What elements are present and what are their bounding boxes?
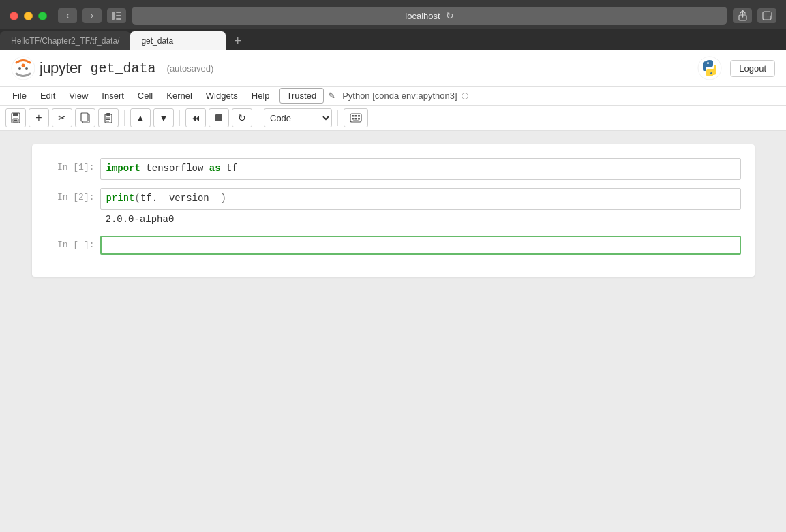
jupyter-logo: jupyter	[11, 56, 82, 80]
new-tab-button[interactable]	[757, 8, 776, 23]
paste-button[interactable]	[98, 108, 119, 127]
paste-icon	[104, 112, 113, 123]
menu-insert[interactable]: Insert	[95, 88, 131, 104]
close-paren: )	[221, 193, 226, 204]
separator-4	[337, 110, 338, 126]
add-cell-button[interactable]: +	[29, 108, 49, 127]
svg-rect-31	[358, 118, 360, 120]
separator-3	[258, 110, 258, 126]
cell-1-code[interactable]: import tensorflow as tf	[100, 158, 741, 180]
edit-pencil-icon[interactable]: ✎	[324, 88, 339, 104]
keyboard-shortcut-button[interactable]	[344, 108, 368, 127]
svg-rect-29	[352, 118, 354, 120]
svg-rect-3	[116, 18, 121, 20]
tab-2[interactable]: get_data	[130, 31, 226, 50]
keyword-as: as	[209, 163, 221, 174]
sidebar-icon	[112, 12, 121, 20]
back-button[interactable]: ‹	[58, 8, 77, 23]
code-version: tf.__version__	[140, 193, 221, 204]
svg-point-9	[18, 67, 21, 70]
svg-rect-0	[112, 12, 115, 20]
plus-icon: +	[35, 112, 42, 123]
address-text: localhost	[405, 11, 440, 21]
notebook-content: In [1]: import tensorflow as tf In [2]:	[0, 131, 786, 520]
kernel-circle-icon	[462, 93, 468, 99]
svg-point-13	[710, 72, 712, 74]
cell-1-content[interactable]: import tensorflow as tf	[100, 158, 741, 180]
cell-2-output: 2.0.0-alpha0	[100, 211, 180, 228]
share-button[interactable]	[733, 8, 752, 23]
keyword-import: import	[106, 163, 140, 174]
cut-icon: ✂	[58, 112, 66, 123]
svg-rect-30	[355, 118, 357, 120]
svg-rect-21	[106, 113, 110, 116]
save-button[interactable]	[5, 108, 26, 127]
cell-2-label: In [2]:	[46, 188, 100, 202]
cell-3-content[interactable]	[100, 236, 741, 255]
skip-to-start-button[interactable]: ⏮	[185, 108, 206, 127]
svg-rect-27	[355, 115, 357, 117]
cell-3-label: In [ ]:	[46, 236, 100, 250]
separator-1	[124, 110, 125, 126]
reload-button[interactable]: ↻	[446, 10, 454, 21]
svg-rect-28	[358, 115, 360, 117]
kernel-name: Python [conda env:apython3]	[342, 91, 457, 101]
cell-2-code[interactable]: print(tf.__version__)	[100, 188, 741, 210]
tab-2-label: get_data	[141, 36, 173, 46]
svg-rect-1	[116, 12, 121, 13]
tab-1[interactable]: HelloTF/Chapter2_TF/tf_data/	[0, 31, 130, 50]
open-paren: (	[135, 193, 140, 204]
cell-1[interactable]: In [1]: import tensorflow as tf	[46, 158, 741, 180]
new-tab-icon	[762, 11, 772, 20]
kernel-status: Python [conda env:apython3]	[342, 91, 468, 101]
move-up-button[interactable]: ▲	[130, 108, 151, 127]
move-down-button[interactable]: ▼	[153, 108, 174, 127]
copy-button[interactable]	[75, 108, 95, 127]
stop-icon	[215, 114, 222, 121]
address-bar[interactable]: localhost ↻	[132, 7, 727, 25]
cell-3-input[interactable]	[102, 237, 740, 253]
jupyter-logo-text: jupyter	[40, 59, 82, 77]
trusted-button[interactable]: Trusted	[279, 88, 324, 104]
restart-button[interactable]: ↻	[232, 108, 252, 127]
forward-button[interactable]: ›	[82, 8, 102, 23]
cell-type-select[interactable]: Code Markdown Raw NBConvert	[264, 108, 332, 127]
stop-button[interactable]	[209, 108, 229, 127]
save-icon	[10, 112, 21, 123]
menu-widgets[interactable]: Widgets	[199, 88, 245, 104]
code-tensorflow: tensorflow	[146, 163, 209, 174]
jupyter-logo-icon	[11, 56, 35, 80]
add-tab-button[interactable]: +	[228, 31, 247, 50]
svg-rect-15	[13, 113, 18, 116]
svg-rect-19	[81, 113, 88, 121]
menu-view[interactable]: View	[62, 88, 95, 104]
tab-1-label: HelloTF/Chapter2_TF/tf_data/	[11, 36, 119, 46]
menu-edit[interactable]: Edit	[33, 88, 62, 104]
menu-kernel[interactable]: Kernel	[160, 88, 199, 104]
cell-3-active-wrapper[interactable]	[100, 236, 741, 255]
sidebar-button[interactable]	[107, 8, 126, 23]
svg-point-10	[25, 67, 28, 70]
python-logo	[697, 56, 722, 80]
menu-file[interactable]: File	[5, 88, 33, 104]
logout-button[interactable]: Logout	[730, 60, 775, 77]
code-tf: tf	[226, 163, 238, 174]
cell-3[interactable]: In [ ]:	[46, 236, 741, 255]
traffic-light-red[interactable]	[10, 12, 18, 20]
svg-rect-17	[14, 120, 18, 122]
notebook-inner: In [1]: import tensorflow as tf In [2]:	[32, 144, 755, 277]
notebook-title[interactable]: get_data	[91, 61, 156, 76]
traffic-light-green[interactable]	[38, 12, 47, 20]
keyword-print: print	[106, 193, 135, 204]
svg-rect-2	[116, 15, 121, 16]
menu-cell[interactable]: Cell	[131, 88, 160, 104]
separator-2	[179, 110, 180, 126]
traffic-light-yellow[interactable]	[24, 12, 33, 20]
cut-button[interactable]: ✂	[52, 108, 72, 127]
cell-2-content[interactable]: print(tf.__version__)	[100, 188, 741, 210]
menu-help[interactable]: Help	[245, 88, 277, 104]
cell-2[interactable]: In [2]: print(tf.__version__) 2.0.0-alph…	[46, 188, 741, 228]
copy-icon	[80, 112, 90, 123]
share-icon	[738, 10, 747, 21]
svg-rect-6	[767, 12, 771, 16]
